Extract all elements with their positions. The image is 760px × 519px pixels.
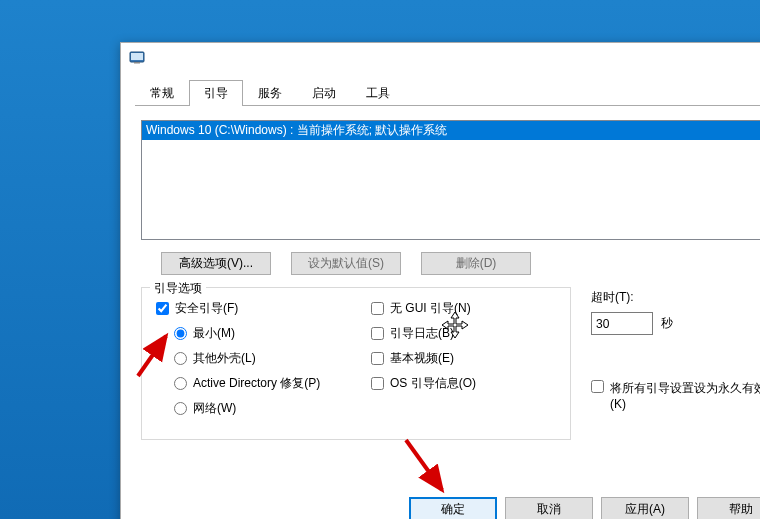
basevideo-label: 基本视频(E)	[390, 350, 454, 367]
network-radio[interactable]	[174, 402, 187, 415]
permanent-checkbox[interactable]	[591, 380, 604, 393]
app-icon	[129, 49, 145, 65]
options-row: 引导选项 安全引导(F) 最小(M) 其他外壳(L)	[141, 287, 760, 440]
cancel-button[interactable]: 取消	[505, 497, 593, 519]
boot-options-legend: 引导选项	[150, 280, 206, 297]
minimal-radio[interactable]	[174, 327, 187, 340]
svg-rect-2	[134, 62, 140, 64]
dialog-footer: 确定 取消 应用(A) 帮助	[409, 497, 760, 519]
altshell-radio[interactable]	[174, 352, 187, 365]
minimal-label: 最小(M)	[193, 325, 235, 342]
permanent-label: 将所有引导设置设为永久有效	[610, 380, 760, 397]
tab-boot[interactable]: 引导	[189, 80, 243, 106]
bootlog-label: 引导日志(B)	[390, 325, 454, 342]
svg-rect-1	[131, 53, 143, 60]
advanced-button[interactable]: 高级选项(V)...	[161, 252, 271, 275]
boot-entry[interactable]: Windows 10 (C:\Windows) : 当前操作系统; 默认操作系统	[142, 121, 760, 140]
tab-tools[interactable]: 工具	[351, 80, 405, 106]
delete-button: 删除(D)	[421, 252, 531, 275]
safeboot-label: 安全引导(F)	[175, 300, 238, 317]
osbootinfo-checkbox[interactable]	[371, 377, 384, 390]
nogui-label: 无 GUI 引导(N)	[390, 300, 471, 317]
apply-button[interactable]: 应用(A)	[601, 497, 689, 519]
right-column: 超时(T): 秒 将所有引导设置设为永久有效 (K)	[571, 287, 760, 440]
boot-options-group: 引导选项 安全引导(F) 最小(M) 其他外壳(L)	[141, 287, 571, 440]
button-row: 高级选项(V)... 设为默认值(S) 删除(D)	[141, 252, 760, 275]
basevideo-checkbox[interactable]	[371, 352, 384, 365]
tabbar: 常规 引导 服务 启动 工具	[135, 79, 760, 106]
help-button[interactable]: 帮助	[697, 497, 760, 519]
adrepair-label: Active Directory 修复(P)	[193, 375, 320, 392]
boot-listbox[interactable]: Windows 10 (C:\Windows) : 当前操作系统; 默认操作系统	[141, 120, 760, 240]
msconfig-window: 常规 引导 服务 启动 工具 Windows 10 (C:\Windows) :…	[120, 42, 760, 519]
network-label: 网络(W)	[193, 400, 236, 417]
bootlog-checkbox[interactable]	[371, 327, 384, 340]
adrepair-radio[interactable]	[174, 377, 187, 390]
tab-general[interactable]: 常规	[135, 80, 189, 106]
ok-button[interactable]: 确定	[409, 497, 497, 519]
boot-panel: Windows 10 (C:\Windows) : 当前操作系统; 默认操作系统…	[135, 106, 760, 440]
timeout-input[interactable]	[591, 312, 653, 335]
safeboot-checkbox[interactable]	[156, 302, 169, 315]
nogui-checkbox[interactable]	[371, 302, 384, 315]
altshell-label: 其他外壳(L)	[193, 350, 256, 367]
osbootinfo-label: OS 引导信息(O)	[390, 375, 476, 392]
timeout-label: 超时(T):	[591, 289, 760, 306]
tab-startup[interactable]: 启动	[297, 80, 351, 106]
dialog-content: 常规 引导 服务 启动 工具 Windows 10 (C:\Windows) :…	[121, 71, 760, 440]
tab-services[interactable]: 服务	[243, 80, 297, 106]
timeout-unit: 秒	[661, 315, 673, 332]
set-default-button: 设为默认值(S)	[291, 252, 401, 275]
permanent-label-2: (K)	[610, 397, 760, 411]
titlebar	[121, 43, 760, 71]
